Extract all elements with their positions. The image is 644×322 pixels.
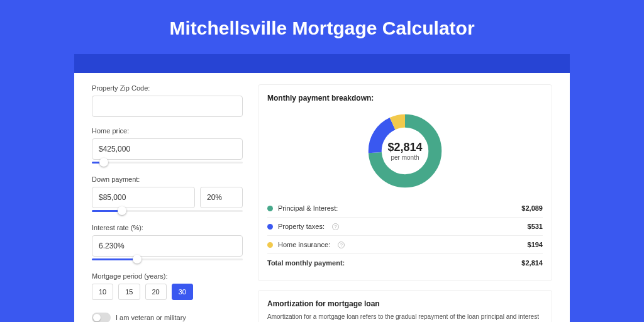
- down-payment-pct-input[interactable]: [200, 187, 243, 208]
- veteran-toggle[interactable]: [92, 313, 111, 322]
- breakdown-value: $194: [528, 241, 543, 248]
- total-value: $2,814: [521, 259, 543, 267]
- amortization-title: Amortization for mortgage loan: [267, 299, 543, 308]
- breakdown-row: Property taxes:?$531: [267, 217, 543, 235]
- home-price-label: Home price:: [92, 127, 243, 135]
- interest-rate-label: Interest rate (%):: [92, 224, 243, 231]
- breakdown-value: $2,089: [521, 204, 543, 212]
- down-payment-label: Down payment:: [92, 175, 243, 183]
- breakdown-value: $531: [528, 223, 543, 230]
- legend-dot: [267, 206, 273, 211]
- home-price-slider[interactable]: [92, 159, 243, 168]
- info-icon[interactable]: ?: [338, 242, 345, 248]
- zip-input[interactable]: [92, 96, 243, 117]
- interest-rate-slider[interactable]: [92, 256, 243, 265]
- breakdown-section: Monthly payment breakdown: $2,814 per mo…: [258, 84, 552, 281]
- breakdown-label: Property taxes:: [278, 223, 325, 230]
- donut-center-sub: per month: [391, 154, 419, 161]
- period-label: Mortgage period (years):: [92, 272, 243, 280]
- period-option-10[interactable]: 10: [92, 284, 113, 300]
- interest-rate-input[interactable]: [92, 235, 243, 257]
- calculator-panel: Property Zip Code: Home price: Down paym…: [74, 73, 570, 322]
- total-label: Total monthly payment:: [267, 259, 345, 267]
- breakdown-row: Principal & Interest:$2,089: [267, 199, 543, 217]
- breakdown-label: Home insurance:: [278, 241, 330, 248]
- breakdown-label: Principal & Interest:: [278, 204, 338, 212]
- veteran-label: I am veteran or military: [116, 314, 186, 321]
- zip-label: Property Zip Code:: [92, 84, 243, 92]
- donut-chart: $2,814 per month: [267, 106, 543, 199]
- header-accent-strip: [74, 54, 570, 73]
- down-payment-slider[interactable]: [92, 208, 243, 216]
- breakdown-rows: Principal & Interest:$2,089Property taxe…: [267, 199, 543, 253]
- period-option-15[interactable]: 15: [118, 284, 140, 300]
- page-title: Mitchellsville Mortgage Calculator: [0, 0, 644, 54]
- donut-center-amount: $2,814: [387, 141, 422, 154]
- inputs-column: Property Zip Code: Home price: Down paym…: [92, 84, 243, 322]
- legend-dot: [267, 242, 273, 248]
- amortization-body: Amortization for a mortgage loan refers …: [267, 312, 543, 322]
- breakdown-row: Home insurance:?$194: [267, 235, 543, 253]
- legend-dot: [267, 224, 273, 230]
- period-options: 10152030: [92, 284, 243, 300]
- results-column: Monthly payment breakdown: $2,814 per mo…: [258, 84, 552, 322]
- amortization-section: Amortization for mortgage loan Amortizat…: [258, 290, 552, 322]
- period-option-30[interactable]: 30: [172, 284, 193, 300]
- home-price-input[interactable]: [92, 138, 243, 160]
- total-row: Total monthly payment: $2,814: [267, 253, 543, 272]
- breakdown-title: Monthly payment breakdown:: [267, 94, 543, 103]
- down-payment-input[interactable]: [92, 187, 195, 208]
- info-icon[interactable]: ?: [332, 223, 339, 230]
- period-option-20[interactable]: 20: [145, 284, 167, 300]
